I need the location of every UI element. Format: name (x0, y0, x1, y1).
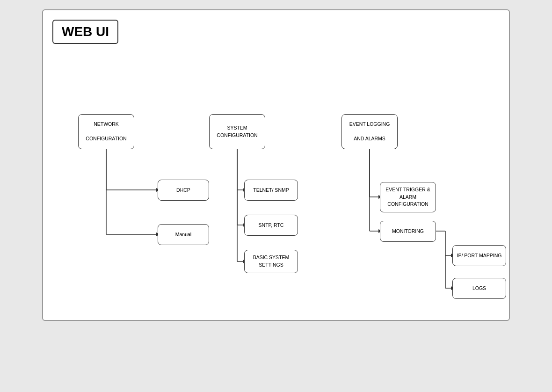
telnet-snmp-label: TELNET/ SNMP (253, 187, 289, 194)
sntp-rtc-node: SNTP, RTC (244, 215, 298, 236)
logs-node: LOGS (452, 278, 506, 299)
monitoring-node: MONITORING (380, 221, 436, 242)
ip-port-mapping-label: IP/ PORT MAPPING (457, 252, 502, 260)
event-logging-node: EVENT LOGGINGAND ALARMS (341, 114, 398, 149)
system-config-label: SYSTEMCONFIGURATION (217, 124, 257, 139)
monitoring-label: MONITORING (392, 228, 424, 235)
dhcp-node: DHCP (158, 180, 209, 201)
dhcp-label: DHCP (176, 187, 190, 194)
network-config-node: NETWORKCONFIGURATION (78, 114, 134, 149)
web-ui-title: WEB UI (52, 20, 118, 44)
logs-label: LOGS (472, 285, 486, 292)
outer-frame: WEB UI (42, 9, 510, 321)
manual-label: Manual (175, 231, 191, 239)
ip-port-mapping-node: IP/ PORT MAPPING (452, 245, 506, 266)
network-config-label: NETWORKCONFIGURATION (86, 121, 126, 143)
event-trigger-label: EVENT TRIGGER &ALARMCONFIGURATION (385, 186, 430, 208)
telnet-snmp-node: TELNET/ SNMP (244, 180, 298, 201)
basic-system-label: BASIC SYSTEMSETTINGS (253, 254, 290, 269)
diagram-area: NETWORKCONFIGURATION DHCP Manual SYSTEMC… (52, 58, 501, 311)
sntp-rtc-label: SNTP, RTC (259, 222, 284, 229)
basic-system-node: BASIC SYSTEMSETTINGS (244, 250, 298, 273)
event-trigger-node: EVENT TRIGGER &ALARMCONFIGURATION (380, 182, 436, 212)
manual-node: Manual (158, 224, 209, 245)
system-config-node: SYSTEMCONFIGURATION (209, 114, 265, 149)
event-logging-label: EVENT LOGGINGAND ALARMS (349, 121, 390, 143)
